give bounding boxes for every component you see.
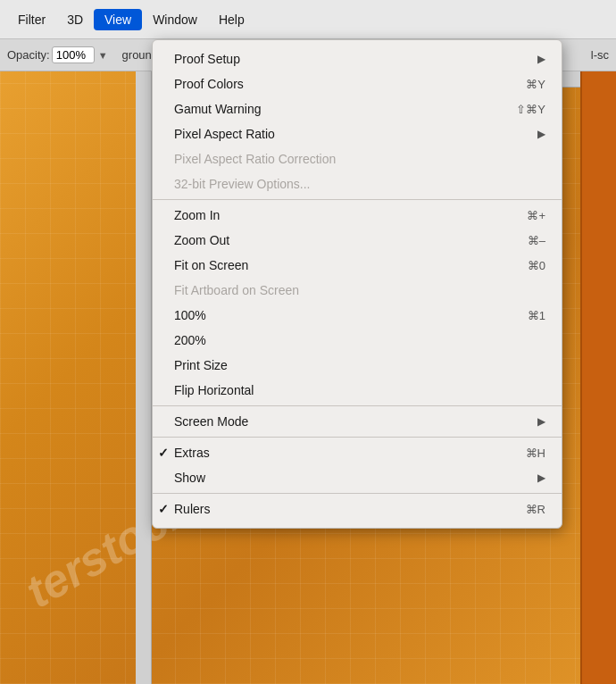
menu-filter[interactable]: Filter bbox=[7, 9, 56, 30]
menu-item-print-size[interactable]: Print Size bbox=[153, 353, 562, 378]
menu-item-pixel-aspect-ratio[interactable]: Pixel Aspect Ratio ▶ bbox=[153, 121, 562, 146]
view-dropdown-menu: Proof Setup ▶ Proof Colors ⌘Y Gamut Warn… bbox=[152, 39, 562, 529]
menu-view[interactable]: View bbox=[94, 9, 142, 30]
menubar: Filter 3D View Window Help bbox=[0, 0, 616, 39]
menu-section-1: Proof Setup ▶ Proof Colors ⌘Y Gamut Warn… bbox=[153, 44, 562, 200]
menu-item-zoom-out[interactable]: Zoom Out ⌘– bbox=[153, 228, 562, 253]
menu-help[interactable]: Help bbox=[208, 9, 255, 30]
menu-item-100-percent[interactable]: 100% ⌘1 bbox=[153, 303, 562, 328]
menu-item-fit-artboard: Fit Artboard on Screen bbox=[153, 278, 562, 303]
menu-item-pixel-aspect-correction: Pixel Aspect Ratio Correction bbox=[153, 146, 562, 171]
menu-section-5: ✓ Rulers ⌘R bbox=[153, 494, 562, 524]
menu-3d[interactable]: 3D bbox=[56, 9, 94, 30]
menu-section-2: Zoom In ⌘+ Zoom Out ⌘– Fit on Screen ⌘0 … bbox=[153, 200, 562, 406]
arrow-icon: ▶ bbox=[537, 128, 545, 140]
menu-section-3: Screen Mode ▶ bbox=[153, 406, 562, 438]
menu-section-4: ✓ Extras ⌘H Show ▶ bbox=[153, 438, 562, 494]
check-icon: ✓ bbox=[158, 502, 169, 516]
menu-item-fit-on-screen[interactable]: Fit on Screen ⌘0 bbox=[153, 253, 562, 278]
menu-item-zoom-in[interactable]: Zoom In ⌘+ bbox=[153, 203, 562, 228]
arrow-icon: ▶ bbox=[537, 415, 545, 428]
right-edge-strip bbox=[580, 71, 616, 684]
opacity-arrow[interactable]: ▼ bbox=[98, 50, 108, 61]
menu-item-extras[interactable]: ✓ Extras ⌘H bbox=[153, 440, 562, 465]
menu-item-proof-setup[interactable]: Proof Setup ▶ bbox=[153, 46, 562, 71]
opacity-label: Opacity: bbox=[7, 48, 50, 62]
menu-item-show[interactable]: Show ▶ bbox=[153, 465, 562, 490]
menu-item-proof-colors[interactable]: Proof Colors ⌘Y bbox=[153, 71, 562, 96]
menu-item-flip-horizontal[interactable]: Flip Horizontal bbox=[153, 378, 562, 403]
check-icon: ✓ bbox=[158, 446, 169, 460]
arrow-icon: ▶ bbox=[537, 471, 545, 484]
opacity-input[interactable] bbox=[52, 46, 95, 63]
menu-item-gamut-warning[interactable]: Gamut Warning ⇧⌘Y bbox=[153, 96, 562, 121]
menu-item-200-percent[interactable]: 200% bbox=[153, 328, 562, 353]
menu-window[interactable]: Window bbox=[142, 9, 208, 30]
arrow-icon: ▶ bbox=[537, 53, 545, 65]
ruler-vertical bbox=[136, 71, 152, 684]
menu-item-32bit-preview: 32-bit Preview Options... bbox=[153, 171, 562, 196]
menu-item-rulers[interactable]: ✓ Rulers ⌘R bbox=[153, 496, 562, 521]
menu-item-screen-mode[interactable]: Screen Mode ▶ bbox=[153, 409, 562, 434]
canvas-suffix: l-sc bbox=[591, 48, 609, 62]
